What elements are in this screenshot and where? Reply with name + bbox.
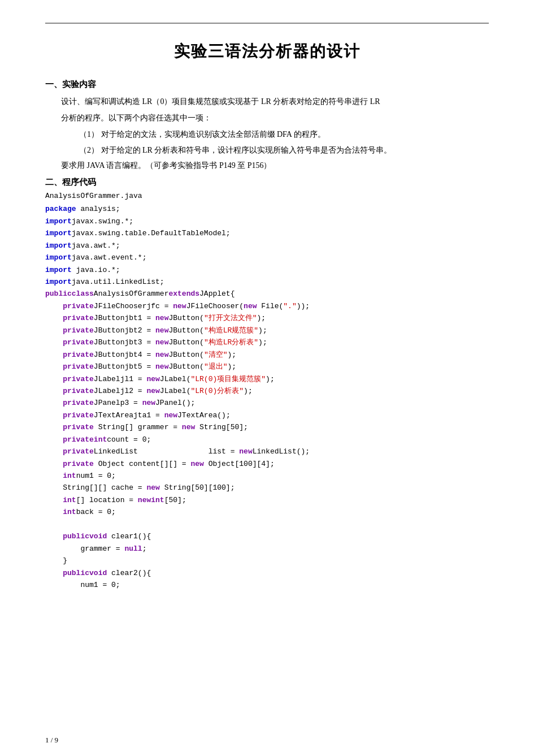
page-title: 实验三语法分析器的设计 [45,41,489,62]
section1-intro3: 要求用 JAVA 语言编程。（可参考实验指导书 P149 至 P156） [61,158,489,172]
code-line-blank [45,519,489,530]
code-line: String[][] cache = new String[50][100]; [45,482,489,494]
code-line: publicclassAnalysisOfGrammerextendsJAppl… [45,288,489,300]
code-line: importjava.awt.*; [45,240,489,252]
filename-line: AnalysisOfGrammer.java [45,190,489,202]
code-line: private String[] grammer = new String[50… [45,421,489,433]
section1-item2: （2） 对于给定的 LR 分析表和符号串，设计程序以实现所输入符号串是否为合法符… [79,143,489,157]
code-line: publicvoid clear1(){ [45,530,489,542]
code-line: privateintcount = 0; [45,434,489,446]
section2-heading: 二、程序代码 [45,177,489,188]
top-border [45,23,489,24]
code-line: privateJButtonjbt2 = newJButton("构造LR规范簇… [45,325,489,336]
code-line: importjavax.swing.*; [45,215,489,227]
code-line: intback = 0; [45,506,489,518]
section1-item1: （1） 对于给定的文法，实现构造识别该文法全部活前缀 DFA 的程序。 [79,127,489,141]
code-line: privateJButtonjbt1 = newJButton("打开文法文件"… [45,312,489,324]
code-line: privateJButtonjbt5 = newJButton("退出"); [45,361,489,373]
section1-intro1: 设计、编写和调试构造 LR（0）项目集规范簇或实现基于 LR 分析表对给定的符号… [61,94,489,109]
code-line: importjavax.swing.table.DefaultTableMode… [45,227,489,239]
page-container: 实验三语法分析器的设计 一、实验内容 设计、编写和调试构造 LR（0）项目集规范… [0,0,534,756]
code-line: private Object content[][] = new Object[… [45,458,489,470]
code-line: privateJLabeljl1 = newJLabel("LR(0)项目集规范… [45,373,489,385]
code-line: privateLinkedList list = newLinkedList()… [45,446,489,457]
code-line: privateJFileChooserjfc = newJFileChooser… [45,300,489,312]
code-line: importjava.util.LinkedList; [45,276,489,288]
code-line: } [45,555,489,567]
code-line: package analysis; [45,203,489,215]
code-block: package analysis; importjavax.swing.*; i… [45,203,489,591]
section1-intro2: 分析的程序。以下两个内容任选其中一项： [61,111,489,125]
code-line: privateJButtonjbt4 = newJButton("清空"); [45,349,489,361]
code-line: privateJButtonjbt3 = newJButton("构造LR分析表… [45,336,489,348]
code-line: publicvoid clear2(){ [45,567,489,579]
code-line: importjava.awt.event.*; [45,252,489,263]
section1: 一、实验内容 设计、编写和调试构造 LR（0）项目集规范簇或实现基于 LR 分析… [45,79,489,172]
code-line: grammer = null; [45,543,489,555]
filename-text: AnalysisOfGrammer.java [45,192,142,200]
code-line: num1 = 0; [45,579,489,591]
code-line: import java.io.*; [45,264,489,276]
code-line: privateJPanelp3 = newJPanel(); [45,397,489,409]
code-line: privateJLabeljl2 = newJLabel("LR(0)分析表")… [45,385,489,397]
page-number: 1 / 9 [45,736,58,745]
section2: 二、程序代码 AnalysisOfGrammer.java [45,177,489,202]
section1-heading: 一、实验内容 [45,79,489,90]
code-line: privateJTextAreajta1 = newJTextArea(); [45,409,489,421]
code-line: intnum1 = 0; [45,470,489,482]
code-line: int[] location = newint[50]; [45,494,489,506]
